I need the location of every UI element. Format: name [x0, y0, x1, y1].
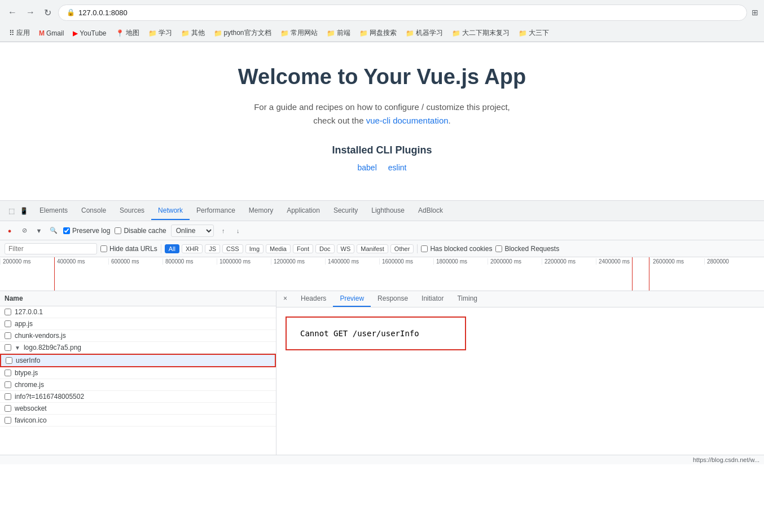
page-subtitle: For a guide and recipes on how to config… — [11, 100, 753, 127]
network-item-btype[interactable]: btype.js — [0, 367, 276, 379]
installed-plugins-title: Installed CLI Plugins — [11, 144, 753, 156]
tab-headers[interactable]: Headers — [294, 291, 333, 307]
bookmark-review[interactable]: 📁 大二下期末复习 — [449, 27, 513, 39]
tab-initiator[interactable]: Initiator — [415, 291, 450, 307]
bookmark-frontend[interactable]: 📁 前端 — [323, 27, 354, 39]
disable-cache-checkbox[interactable]: Disable cache — [115, 227, 166, 235]
tab-sources[interactable]: Sources — [113, 202, 151, 220]
filter-ws[interactable]: WS — [337, 244, 355, 253]
tab-preview[interactable]: Preview — [333, 291, 371, 307]
hide-data-urls-label: Hide data URLs — [109, 245, 157, 253]
item-checkbox[interactable] — [5, 393, 11, 400]
item-checkbox[interactable] — [6, 357, 12, 364]
item-checkbox[interactable] — [5, 381, 11, 388]
disable-cache-input[interactable] — [115, 227, 121, 234]
item-name: info?t=1616748005502 — [15, 393, 271, 401]
network-item-chrome[interactable]: chrome.js — [0, 379, 276, 391]
bookmark-ml[interactable]: 📁 机器学习 — [402, 27, 446, 39]
filter-css[interactable]: CSS — [222, 244, 243, 253]
devtools-status-bar: https://blog.csdn.net/w... — [0, 455, 764, 464]
network-item-websocket[interactable]: websocket — [0, 403, 276, 415]
network-item-chunk[interactable]: chunk-vendors.js — [0, 330, 276, 342]
refresh-button[interactable]: ↻ — [42, 5, 54, 20]
network-item-favicon[interactable]: favicon.ico — [0, 415, 276, 427]
filter-font[interactable]: Font — [293, 244, 313, 253]
bookmark-other[interactable]: 📁 其他 — [178, 27, 208, 39]
item-checkbox[interactable] — [5, 332, 11, 339]
eslint-link[interactable]: eslint — [388, 163, 407, 172]
browser-chrome: ← → ↻ 🔒 127.0.0.1:8080 ⊞ ⠿ 应用 M Gmail ▶ … — [0, 0, 764, 42]
has-blocked-cookies-checkbox[interactable]: Has blocked cookies — [421, 245, 492, 253]
preserve-log-input[interactable] — [63, 227, 70, 234]
search-button[interactable]: 🔍 — [49, 226, 59, 236]
tab-timing[interactable]: Timing — [450, 291, 484, 307]
hide-data-urls-checkbox[interactable]: Hide data URLs — [100, 245, 157, 253]
throttle-select[interactable]: Online Fast 3G Slow 3G — [171, 225, 214, 237]
blocked-requests-input[interactable] — [495, 245, 502, 252]
network-item-userinfo[interactable]: userInfo — [0, 354, 276, 367]
item-checkbox[interactable] — [5, 417, 11, 424]
stop-button[interactable]: ⊘ — [19, 226, 29, 236]
back-button[interactable]: ← — [6, 5, 19, 20]
download-icon[interactable]: ↓ — [233, 226, 243, 236]
item-checkbox[interactable] — [5, 405, 11, 412]
filter-media[interactable]: Media — [266, 244, 291, 253]
right-panel-close[interactable]: × — [276, 291, 294, 307]
filter-manifest[interactable]: Manifest — [357, 244, 388, 253]
tab-performance[interactable]: Performance — [190, 202, 242, 220]
tab-elements[interactable]: Elements — [33, 202, 74, 220]
hide-data-urls-input[interactable] — [100, 245, 107, 252]
bookmark-gmail[interactable]: M Gmail — [36, 28, 67, 38]
filter-button[interactable]: ▼ — [34, 226, 44, 236]
tab-security[interactable]: Security — [327, 202, 365, 220]
bookmark-common[interactable]: 📁 常用网站 — [277, 27, 321, 39]
bookmark-python[interactable]: 📁 python官方文档 — [210, 27, 275, 39]
item-checkbox[interactable] — [5, 309, 11, 315]
record-button[interactable]: ● — [5, 226, 15, 236]
filter-other[interactable]: Other — [390, 244, 414, 253]
filter-input[interactable] — [5, 243, 97, 254]
babel-link[interactable]: babel — [358, 163, 377, 172]
network-item-logo[interactable]: ▼ logo.82b9c7a5.png — [0, 342, 276, 354]
filter-js[interactable]: JS — [205, 244, 220, 253]
bookmark-junior3[interactable]: 📁 大三下 — [515, 27, 552, 39]
bookmark-clouddisk[interactable]: 📁 网盘搜索 — [356, 27, 400, 39]
tab-response[interactable]: Response — [371, 291, 415, 307]
url-text: 127.0.0.1:8080 — [78, 8, 128, 17]
network-item-root[interactable]: 127.0.0.1 — [0, 306, 276, 318]
tab-memory[interactable]: Memory — [242, 202, 280, 220]
address-bar[interactable]: 🔒 127.0.0.1:8080 — [58, 5, 747, 21]
tab-adblock[interactable]: AdBlock — [411, 202, 450, 220]
has-blocked-cookies-input[interactable] — [421, 245, 428, 252]
network-item-info[interactable]: info?t=1616748005502 — [0, 391, 276, 403]
inspect-icon[interactable]: ⬚ — [6, 205, 17, 217]
bookmark-youtube[interactable]: ▶ YouTube — [69, 28, 109, 38]
filter-doc[interactable]: Doc — [315, 244, 335, 253]
forward-button[interactable]: → — [24, 5, 37, 20]
bookmark-study[interactable]: 📁 学习 — [145, 27, 175, 39]
tab-console[interactable]: Console — [74, 202, 113, 220]
filter-xhr[interactable]: XHR — [182, 244, 203, 253]
bookmark-label: 机器学习 — [416, 28, 443, 38]
upload-icon[interactable]: ↑ — [218, 226, 229, 236]
bookmark-apps[interactable]: ⠿ 应用 — [6, 27, 33, 39]
tab-application[interactable]: Application — [280, 202, 327, 220]
device-icon[interactable]: 📱 — [18, 205, 29, 217]
item-checkbox[interactable] — [5, 320, 11, 327]
blocked-requests-checkbox[interactable]: Blocked Requests — [495, 245, 559, 253]
filter-img[interactable]: Img — [245, 244, 264, 253]
timeline-label-3: 600000 ms — [108, 258, 163, 265]
timeline-marker-red-1 — [54, 257, 55, 291]
item-checkbox[interactable] — [5, 370, 11, 376]
filter-all[interactable]: All — [165, 244, 179, 253]
item-name: logo.82b9c7a5.png — [24, 344, 271, 351]
page-title: Welcome to Your Vue.js App — [11, 65, 753, 89]
vue-cli-link[interactable]: vue-cli documentation — [366, 116, 449, 125]
preserve-log-checkbox[interactable]: Preserve log — [63, 227, 110, 235]
item-checkbox[interactable] — [5, 344, 11, 351]
tab-lighthouse[interactable]: Lighthouse — [365, 202, 411, 220]
bookmark-map[interactable]: 📍 地图 — [112, 27, 143, 39]
status-right: https://blog.csdn.net/w... — [693, 456, 759, 463]
network-item-appjs[interactable]: app.js — [0, 318, 276, 330]
tab-network[interactable]: Network — [151, 202, 190, 220]
